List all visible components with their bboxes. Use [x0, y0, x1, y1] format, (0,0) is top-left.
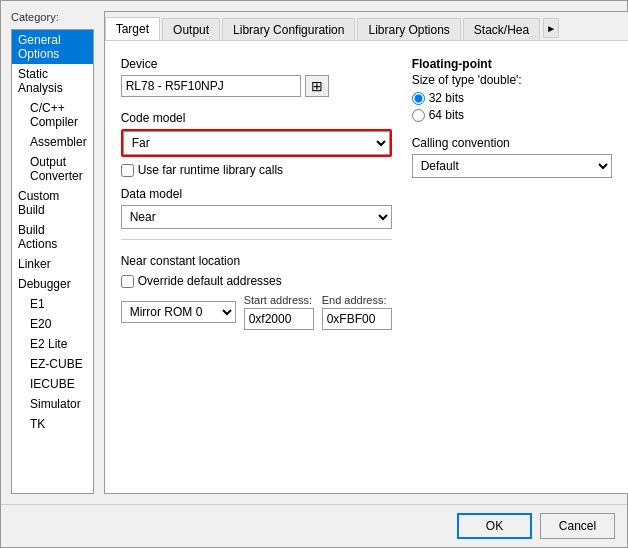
- device-browse-button[interactable]: ⊞: [305, 75, 329, 97]
- sidebar-item-e20[interactable]: E20: [12, 314, 93, 334]
- end-address-group: End address:: [322, 294, 392, 330]
- data-model-label: Data model: [121, 187, 392, 201]
- category-panel: Category: General OptionsStatic Analysis…: [11, 11, 94, 494]
- tab-content: Device ⊞ Code model FarNear: [105, 41, 628, 493]
- calling-convention-select[interactable]: DefaultCompactFast: [412, 154, 612, 178]
- device-label: Device: [121, 57, 392, 71]
- data-model-select[interactable]: NearFar: [121, 205, 392, 229]
- device-row: ⊞: [121, 75, 392, 97]
- sidebar-item-static-analysis[interactable]: Static Analysis: [12, 64, 93, 98]
- code-model-select-wrapper: FarNear: [121, 129, 392, 157]
- tab-library-configuration[interactable]: Library Configuration: [222, 18, 355, 41]
- use-far-runtime-row: Use far runtime library calls: [121, 163, 392, 177]
- sidebar-item-general-options[interactable]: General Options: [12, 30, 93, 64]
- near-constant-label: Near constant location: [121, 254, 392, 268]
- code-model-section: Code model FarNear Use far runtime libra…: [121, 111, 392, 177]
- floating-point-subtitle: Size of type 'double':: [412, 73, 612, 87]
- fp-radio[interactable]: [412, 109, 425, 122]
- dialog: Category: General OptionsStatic Analysis…: [0, 0, 628, 548]
- tabs-bar: TargetOutputLibrary ConfigurationLibrary…: [105, 12, 628, 41]
- use-far-runtime-checkbox[interactable]: [121, 164, 134, 177]
- override-label: Override default addresses: [138, 274, 282, 288]
- fp-radio-label: 32 bits: [429, 91, 464, 105]
- use-far-runtime-label: Use far runtime library calls: [138, 163, 283, 177]
- device-input[interactable]: [121, 75, 301, 97]
- fp-radio-label: 64 bits: [429, 108, 464, 122]
- sidebar-item-tk[interactable]: TK: [12, 414, 93, 434]
- tab-scroll-right[interactable]: ►: [543, 18, 559, 38]
- start-address-input[interactable]: [244, 308, 314, 330]
- start-address-label: Start address:: [244, 294, 314, 306]
- ok-button[interactable]: OK: [457, 513, 532, 539]
- override-checkbox[interactable]: [121, 275, 134, 288]
- end-address-input[interactable]: [322, 308, 392, 330]
- tab-library-options[interactable]: Library Options: [357, 18, 460, 41]
- tab-target[interactable]: Target: [105, 17, 160, 41]
- start-address-group: Start address:: [244, 294, 314, 330]
- sidebar-item-output-converter[interactable]: Output Converter: [12, 152, 93, 186]
- tab-stack-heap[interactable]: Stack/Hea: [463, 18, 540, 41]
- calling-convention-label: Calling convention: [412, 136, 612, 150]
- cancel-button[interactable]: Cancel: [540, 513, 615, 539]
- sidebar-item-ez-cube[interactable]: EZ-CUBE: [12, 354, 93, 374]
- sidebar-item-iecube[interactable]: IECUBE: [12, 374, 93, 394]
- fp-radio[interactable]: [412, 92, 425, 105]
- sidebar-item-cpp-compiler[interactable]: C/C++ Compiler: [12, 98, 93, 132]
- mirror-rom-select[interactable]: Mirror ROM 0Mirror ROM 1: [121, 301, 236, 323]
- data-model-section: Data model NearFar: [121, 187, 392, 229]
- end-address-label: End address:: [322, 294, 392, 306]
- tab-output[interactable]: Output: [162, 18, 220, 41]
- fp-radio-row: 32 bits: [412, 91, 612, 105]
- address-fields: Mirror ROM 0Mirror ROM 1 Start address: …: [121, 294, 392, 330]
- divider: [121, 239, 392, 240]
- sidebar-item-linker[interactable]: Linker: [12, 254, 93, 274]
- right-section: Floating-point Size of type 'double': 32…: [412, 57, 612, 330]
- fp-radio-row: 64 bits: [412, 108, 612, 122]
- sidebar-item-custom-build[interactable]: Custom Build: [12, 186, 93, 220]
- sidebar-item-e2-lite[interactable]: E2 Lite: [12, 334, 93, 354]
- sidebar-item-simulator[interactable]: Simulator: [12, 394, 93, 414]
- floating-point-title: Floating-point: [412, 57, 612, 71]
- sidebar-item-debugger[interactable]: Debugger: [12, 274, 93, 294]
- sidebar-item-assembler[interactable]: Assembler: [12, 132, 93, 152]
- fp-radios: 32 bits64 bits: [412, 91, 612, 122]
- dialog-footer: OK Cancel: [1, 504, 627, 547]
- left-section: Device ⊞ Code model FarNear: [121, 57, 392, 330]
- near-constant-section: Near constant location Override default …: [121, 254, 392, 330]
- code-model-label: Code model: [121, 111, 392, 125]
- calling-convention-section: Calling convention DefaultCompactFast: [412, 136, 612, 178]
- sidebar-item-e1[interactable]: E1: [12, 294, 93, 314]
- code-model-select[interactable]: FarNear: [123, 131, 390, 155]
- category-label: Category:: [11, 11, 94, 23]
- override-row: Override default addresses: [121, 274, 392, 288]
- sidebar-item-build-actions[interactable]: Build Actions: [12, 220, 93, 254]
- main-panel: TargetOutputLibrary ConfigurationLibrary…: [104, 11, 628, 494]
- dialog-body: Category: General OptionsStatic Analysis…: [1, 1, 627, 504]
- category-list: General OptionsStatic AnalysisC/C++ Comp…: [11, 29, 94, 494]
- section-row: Device ⊞ Code model FarNear: [121, 57, 612, 330]
